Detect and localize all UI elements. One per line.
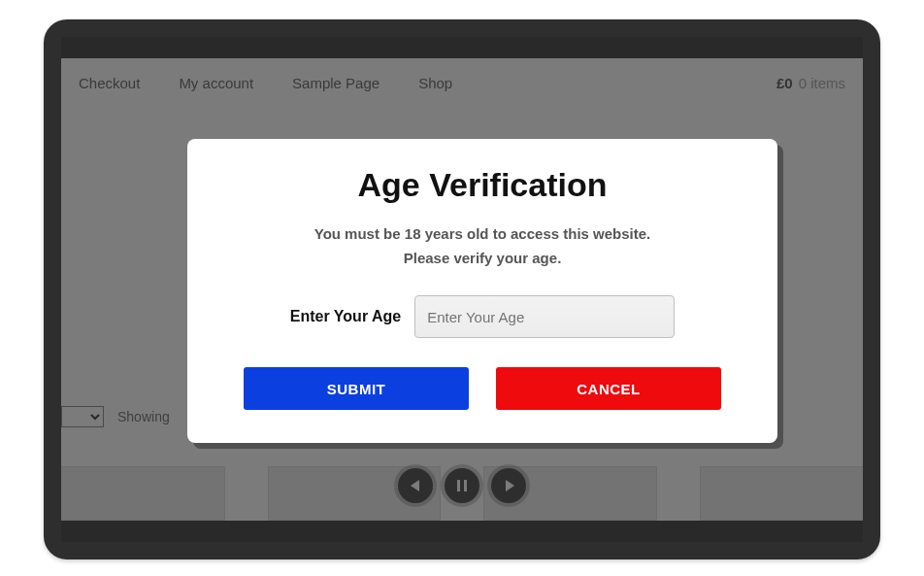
screen: Checkout My account Sample Page Shop £0 …	[61, 37, 863, 542]
modal-title: Age Verification	[226, 166, 739, 204]
cancel-button[interactable]: CANCEL	[496, 367, 721, 410]
age-field-row: Enter Your Age	[226, 295, 739, 338]
modal-button-row: SUBMIT CANCEL	[226, 367, 739, 410]
modal-message-line1: You must be 18 years old to access this …	[226, 225, 739, 242]
device-frame: Checkout My account Sample Page Shop £0 …	[44, 19, 880, 559]
age-field-label: Enter Your Age	[290, 308, 401, 325]
age-verification-modal: Age Verification You must be 18 years ol…	[187, 139, 777, 443]
submit-button[interactable]: SUBMIT	[244, 367, 469, 410]
modal-message-line2: Please verify your age.	[226, 250, 739, 266]
age-input[interactable]	[414, 295, 675, 338]
